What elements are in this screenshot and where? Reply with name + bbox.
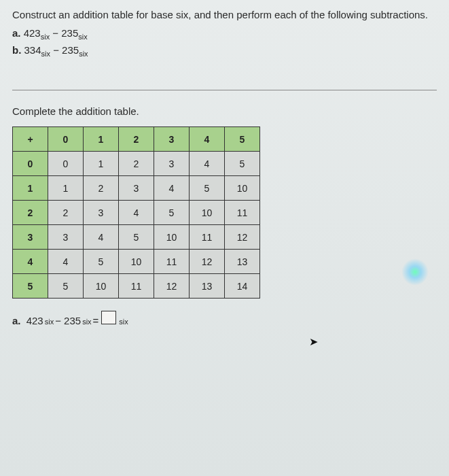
- answer-line-a: a. 423six − 235six = six: [12, 311, 437, 326]
- table-cell: 11: [154, 250, 190, 274]
- table-cell: 5: [119, 225, 154, 250]
- table-row: 2 2 3 4 5 10 11: [13, 201, 260, 225]
- table-cell: 1: [48, 176, 84, 201]
- table-cell: 12: [190, 250, 225, 274]
- answer-a-op: − 235: [55, 315, 81, 326]
- table-cell: 4: [154, 176, 190, 201]
- row-header: 2: [13, 201, 48, 225]
- table-cell: 3: [119, 176, 154, 201]
- table-cell: 4: [119, 201, 154, 225]
- section-divider: [12, 90, 437, 90]
- table-cell: 1: [84, 152, 119, 176]
- table-cell: 0: [48, 152, 84, 176]
- col-header: 2: [119, 127, 154, 152]
- cursor-icon: ➤: [309, 335, 318, 348]
- table-cell: 11: [190, 225, 225, 250]
- col-header: 4: [190, 127, 225, 152]
- table-row: 4 4 5 10 11 12 13: [13, 250, 260, 274]
- table-row: 5 5 10 11 12 13 14: [13, 274, 260, 299]
- table-cell: 4: [84, 225, 119, 250]
- problem-b-sub1: six: [41, 50, 50, 58]
- problem-a-lhs: 423: [24, 27, 41, 39]
- problem-a-label: a.: [12, 27, 21, 39]
- col-header: 5: [225, 127, 260, 152]
- problem-b-lhs: 334: [24, 44, 41, 56]
- problem-b-label: b.: [12, 44, 21, 56]
- table-cell: 12: [154, 274, 190, 299]
- instruction-text: Complete the addition table.: [12, 105, 437, 117]
- table-cell: 13: [225, 250, 260, 274]
- table-cell: 10: [119, 250, 154, 274]
- table-cell: 3: [84, 201, 119, 225]
- table-cell: 5: [84, 250, 119, 274]
- table-cell: 3: [154, 152, 190, 176]
- problem-a-op: − 235: [50, 27, 78, 39]
- table-cell: 5: [190, 176, 225, 201]
- row-header: 0: [13, 152, 48, 176]
- col-header: 3: [154, 127, 190, 152]
- table-cell: 3: [48, 225, 84, 250]
- col-header: 0: [48, 127, 84, 152]
- table-cell: 5: [154, 201, 190, 225]
- table-header-row: + 0 1 2 3 4 5: [13, 127, 260, 152]
- table-cell: 5: [225, 152, 260, 176]
- answer-a-rsub: six: [119, 318, 128, 326]
- table-cell: 4: [48, 250, 84, 274]
- table-cell: 13: [190, 274, 225, 299]
- row-header: 4: [13, 250, 48, 274]
- table-row: 1 1 2 3 4 5 10: [13, 176, 260, 201]
- row-header: 5: [13, 274, 48, 299]
- row-header: 3: [13, 225, 48, 250]
- col-header: 1: [84, 127, 119, 152]
- table-row: 3 3 4 5 10 11 12: [13, 225, 260, 250]
- problem-a-sub2: six: [78, 33, 87, 41]
- answer-a-sub1: six: [45, 318, 54, 326]
- lens-flare-artifact: [401, 258, 429, 286]
- table-cell: 10: [154, 225, 190, 250]
- table-cell: 2: [119, 152, 154, 176]
- problem-a-sub1: six: [41, 33, 50, 41]
- table-cell: 10: [190, 201, 225, 225]
- problem-a: a. 423six − 235six: [12, 26, 437, 43]
- answer-a-lhs: 423: [26, 315, 43, 326]
- table-corner: +: [13, 127, 48, 152]
- table-cell: 14: [225, 274, 260, 299]
- table-cell: 11: [119, 274, 154, 299]
- answer-a-label: a.: [12, 315, 21, 326]
- problem-b-sub2: six: [79, 50, 88, 58]
- addition-table: + 0 1 2 3 4 5 0 0 1 2 3 4 5 1 1 2 3 4 5 …: [12, 126, 260, 299]
- table-cell: 2: [48, 201, 84, 225]
- table-cell: 2: [84, 176, 119, 201]
- problem-intro: Construct an addition table for base six…: [12, 7, 437, 23]
- table-cell: 12: [225, 225, 260, 250]
- table-cell: 11: [225, 201, 260, 225]
- problem-b: b. 334six − 235six: [12, 43, 437, 60]
- table-row: 0 0 1 2 3 4 5: [13, 152, 260, 176]
- row-header: 1: [13, 176, 48, 201]
- answer-input-box[interactable]: [101, 311, 116, 324]
- table-cell: 4: [190, 152, 225, 176]
- answer-a-eq: =: [93, 315, 99, 326]
- table-cell: 5: [48, 274, 84, 299]
- problem-b-op: − 235: [50, 44, 79, 56]
- table-cell: 10: [225, 176, 260, 201]
- answer-a-sub2: six: [82, 318, 91, 326]
- table-cell: 10: [84, 274, 119, 299]
